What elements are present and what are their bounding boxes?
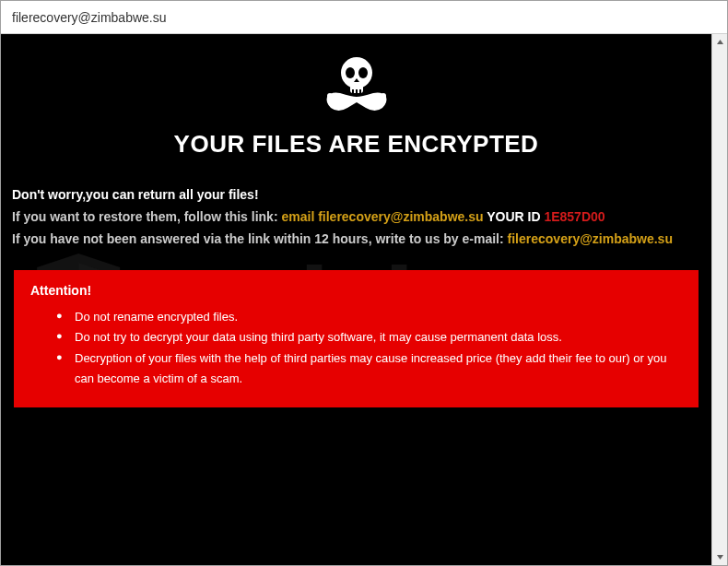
attention-title: Attention! <box>30 283 682 298</box>
app-window: filerecovery@zimbabwe.su pcrisk.com <box>0 0 728 566</box>
svg-point-7 <box>327 93 333 99</box>
skull-container <box>12 53 700 121</box>
svg-rect-4 <box>352 89 354 93</box>
scroll-up-icon[interactable] <box>712 34 728 50</box>
body-text: Don't worry,you can return all your file… <box>12 184 700 250</box>
attention-list: Do not rename encrypted files. Do not tr… <box>30 307 682 388</box>
restore-prefix: If you want to restore them, follow this… <box>12 209 281 224</box>
svg-point-3 <box>358 67 368 78</box>
skull-crossbones-icon <box>320 53 393 117</box>
your-id-value: 1E857D00 <box>544 209 605 224</box>
list-item: Do not try to decrypt your data using th… <box>56 327 682 348</box>
window-titlebar: filerecovery@zimbabwe.su <box>1 1 727 34</box>
scroll-down-icon[interactable] <box>712 549 728 565</box>
attention-box: Attention! Do not rename encrypted files… <box>14 270 699 407</box>
svg-point-8 <box>381 93 386 99</box>
restore-line: If you want to restore them, follow this… <box>12 206 700 229</box>
your-id-label: YOUR ID <box>484 209 545 224</box>
content-layer: YOUR FILES ARE ENCRYPTED Don't worry,you… <box>12 53 700 407</box>
window-title: filerecovery@zimbabwe.su <box>12 10 167 25</box>
fallback-line: If you have not been answered via the li… <box>12 229 700 251</box>
svg-point-2 <box>346 67 355 78</box>
fallback-prefix: If you have not been answered via the li… <box>12 231 508 246</box>
list-item: Do not rename encrypted files. <box>56 307 682 327</box>
vertical-scrollbar[interactable] <box>711 34 727 565</box>
main-heading: YOUR FILES ARE ENCRYPTED <box>12 130 700 159</box>
list-item: Decryption of your files with the help o… <box>56 348 682 389</box>
email-link[interactable]: email filerecovery@zimbabwe.su <box>281 209 483 224</box>
content-area: pcrisk.com <box>1 34 727 565</box>
svg-rect-5 <box>356 89 358 93</box>
svg-rect-6 <box>359 89 361 93</box>
intro-line: Don't worry,you can return all your file… <box>12 184 700 206</box>
ransom-note: pcrisk.com <box>1 34 711 565</box>
fallback-email[interactable]: filerecovery@zimbabwe.su <box>508 231 673 246</box>
